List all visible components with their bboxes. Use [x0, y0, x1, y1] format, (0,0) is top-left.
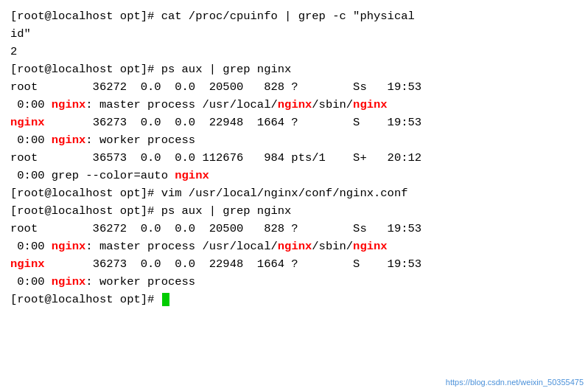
- nginx-keyword: nginx: [353, 98, 388, 111]
- terminal-cursor: [162, 293, 169, 306]
- terminal-line-10: 0:00 grep --color=auto nginx: [10, 167, 578, 184]
- nginx-keyword: nginx: [52, 275, 86, 288]
- nginx-keyword: nginx: [175, 169, 209, 182]
- nginx-keyword: nginx: [52, 98, 86, 111]
- terminal-line-12: [root@localhost opt]# ps aux | grep ngin…: [10, 202, 578, 220]
- terminal-line-15: nginx 36273 0.0 0.0 22948 1664 ? S 19:53: [10, 255, 578, 273]
- terminal-line-11: [root@localhost opt]# vim /usr/local/ngi…: [10, 184, 578, 202]
- nginx-keyword: nginx: [52, 240, 86, 253]
- terminal-line-9: root 36573 0.0 0.0 112676 984 pts/1 S+ 2…: [10, 149, 578, 167]
- nginx-keyword: nginx: [278, 98, 312, 111]
- terminal-line-6: 0:00 nginx: master process /usr/local/ng…: [10, 96, 578, 114]
- watermark: https://blog.csdn.net/weixin_50355475: [446, 376, 584, 389]
- nginx-keyword: nginx: [10, 116, 45, 129]
- terminal-line-4: [root@localhost opt]# ps aux | grep ngin…: [10, 60, 578, 78]
- terminal-line-3: 2: [10, 43, 578, 60]
- terminal-line-16: 0:00 nginx: worker process: [10, 273, 578, 291]
- terminal-line-14: 0:00 nginx: master process /usr/local/ng…: [10, 238, 578, 255]
- terminal-line-2: id": [10, 25, 578, 43]
- nginx-keyword: nginx: [52, 134, 86, 147]
- terminal-window: [root@localhost opt]# cat /proc/cpuinfo …: [0, 0, 588, 391]
- nginx-keyword: nginx: [353, 240, 388, 253]
- terminal-line-17: [root@localhost opt]#: [10, 291, 578, 308]
- terminal-line-5: root 36272 0.0 0.0 20500 828 ? Ss 19:53: [10, 78, 578, 96]
- terminal-line-13: root 36272 0.0 0.0 20500 828 ? Ss 19:53: [10, 220, 578, 238]
- terminal-line-1: [root@localhost opt]# cat /proc/cpuinfo …: [10, 7, 578, 25]
- terminal-line-7: nginx 36273 0.0 0.0 22948 1664 ? S 19:53: [10, 114, 578, 131]
- nginx-keyword: nginx: [10, 257, 45, 271]
- terminal-line-8: 0:00 nginx: worker process: [10, 131, 578, 149]
- nginx-keyword: nginx: [278, 240, 312, 253]
